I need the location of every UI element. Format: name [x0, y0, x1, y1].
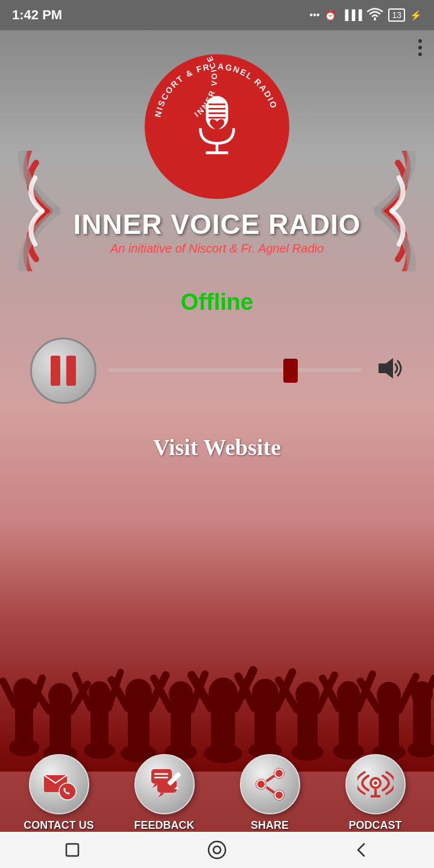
podcast-nav-item[interactable]: PODCAST [322, 754, 428, 832]
visit-website-section[interactable]: Visit Website [0, 434, 434, 461]
svg-point-16 [48, 683, 72, 709]
app-subtitle: An initiative of Niscort & Fr. Agnel Rad… [0, 242, 434, 256]
title-section: INNER VOICE RADIO An initiative of Nisco… [0, 208, 434, 256]
svg-line-56 [266, 787, 274, 793]
svg-point-62 [374, 781, 377, 785]
svg-point-37 [337, 681, 360, 706]
contact-us-icon [41, 766, 77, 802]
contact-us-icon-circle[interactable] [29, 754, 89, 814]
main-content: NISCORT & FR. AGNEL RADIO INNER VOICE [0, 30, 434, 868]
crowd-silhouette [0, 518, 434, 772]
feedback-label: FEEDBACK [134, 819, 194, 832]
svg-point-45 [59, 783, 76, 800]
progress-track [108, 368, 362, 372]
svg-point-19 [89, 681, 110, 705]
share-nav-item[interactable]: SHARE [217, 754, 322, 832]
share-icon [252, 766, 288, 802]
svg-point-67 [213, 846, 221, 854]
recent-apps-button[interactable] [60, 838, 84, 862]
contact-us-nav-item[interactable]: CONTACT US [6, 754, 112, 832]
charging-icon: ⚡ [410, 10, 422, 21]
logo-circular-text: NISCORT & FR. AGNEL RADIO INNER VOICE [145, 54, 289, 199]
pause-button[interactable] [30, 338, 96, 404]
svg-point-40 [377, 682, 401, 708]
device-navigation-bar [0, 832, 434, 868]
svg-marker-9 [379, 358, 393, 379]
svg-point-25 [169, 681, 193, 708]
status-icons: ••• ⏰ ▐▐▐ 13 ⚡ [310, 7, 422, 23]
battery-icon: 13 [388, 8, 405, 22]
alarm-icon: ⏰ [324, 10, 336, 21]
podcast-icon-circle[interactable] [345, 754, 406, 814]
podcast-label: PODCAST [348, 819, 401, 832]
connection-status: Offline [0, 289, 434, 315]
feedback-icon [146, 766, 183, 802]
feedback-nav-item[interactable]: FEEDBACK [112, 754, 217, 832]
progress-thumb [283, 359, 298, 383]
contact-us-label: CONTACT US [24, 819, 94, 832]
app-title: INNER VOICE RADIO [0, 208, 434, 241]
progress-bar[interactable] [108, 368, 362, 373]
pause-icon [51, 356, 76, 386]
player-controls [30, 338, 404, 404]
overflow-menu-button[interactable] [418, 39, 422, 56]
app-logo: NISCORT & FR. AGNEL RADIO INNER VOICE [145, 54, 289, 199]
svg-line-55 [266, 776, 274, 781]
home-button[interactable] [205, 838, 229, 862]
svg-point-66 [209, 841, 225, 858]
status-time: 1:42 PM [12, 7, 62, 23]
notification-dots: ••• [310, 10, 320, 20]
share-icon-circle[interactable] [240, 754, 300, 814]
back-button[interactable] [350, 838, 374, 862]
visit-website-link[interactable]: Visit Website [0, 434, 434, 461]
volume-icon[interactable] [374, 353, 404, 389]
wifi-icon [366, 7, 383, 23]
share-label: SHARE [251, 819, 289, 832]
signal-icon: ▐▐▐ [341, 10, 362, 20]
podcast-icon [357, 766, 394, 802]
svg-point-34 [295, 682, 319, 708]
status-bar: 1:42 PM ••• ⏰ ▐▐▐ 13 ⚡ [0, 0, 434, 30]
svg-rect-65 [66, 844, 78, 856]
feedback-icon-circle[interactable] [134, 754, 195, 814]
bottom-navigation: CONTACT US FEEDBACK [0, 754, 434, 832]
